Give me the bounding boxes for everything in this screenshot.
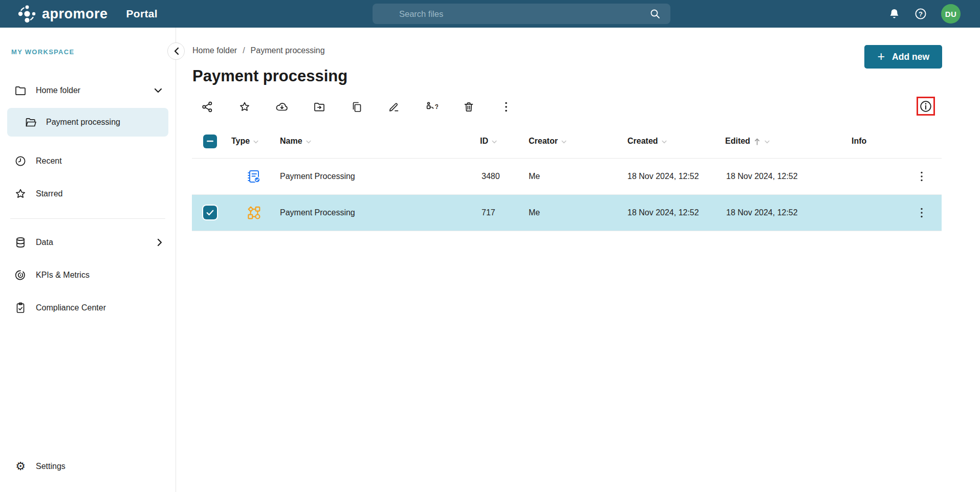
- file-edited: 18 Nov 2024, 12:52: [720, 158, 843, 194]
- sidebar-item-label: Home folder: [36, 86, 80, 95]
- move-to-folder-icon[interactable]: [308, 96, 331, 118]
- column-header-edited[interactable]: Edited: [720, 125, 843, 158]
- cloud-download-icon[interactable]: [271, 96, 293, 118]
- search-icon[interactable]: [649, 8, 661, 20]
- svg-text:?: ?: [435, 103, 439, 110]
- row-checkbox[interactable]: [203, 206, 217, 219]
- sidebar-item-label: Payment processing: [46, 118, 120, 127]
- files-table: Type Name ID Creator Created Edited: [192, 125, 942, 231]
- apromore-logo-icon: [17, 4, 37, 24]
- file-creator: Me: [522, 158, 621, 194]
- file-name: Payment Processing: [274, 158, 475, 194]
- kpi-gauge-icon: [14, 269, 27, 281]
- table-row[interactable]: Payment Processing 3480 Me 18 Nov 2024, …: [192, 158, 942, 194]
- navbar-actions: ? DU: [888, 0, 980, 28]
- sidebar-item-payment-processing[interactable]: Payment processing: [7, 108, 168, 137]
- info-highlight-box: [917, 97, 935, 116]
- search-input[interactable]: [399, 9, 649, 19]
- sort-chevron-icon: [306, 140, 311, 144]
- column-header-id[interactable]: ID: [475, 125, 522, 158]
- add-new-button[interactable]: + Add new: [864, 45, 942, 69]
- file-creator: Me: [522, 194, 621, 231]
- column-header-created[interactable]: Created: [621, 125, 720, 158]
- event-log-icon: [246, 169, 262, 184]
- edit-icon[interactable]: [383, 96, 405, 118]
- file-created: 18 Nov 2024, 12:52: [621, 194, 720, 231]
- workspace-section-label: MY WORKSPACE: [11, 48, 168, 56]
- sidebar-collapse-button[interactable]: [167, 42, 185, 60]
- search-bar: [373, 4, 670, 24]
- help-icon[interactable]: ?: [914, 7, 927, 20]
- share-icon[interactable]: [196, 96, 219, 118]
- breadcrumb-current: Payment processing: [251, 46, 325, 55]
- star-icon[interactable]: [233, 96, 256, 118]
- column-header-creator[interactable]: Creator: [522, 125, 621, 158]
- sort-chevron-icon: [765, 140, 770, 144]
- column-header-type[interactable]: Type: [225, 125, 274, 158]
- main-content: Home folder / Payment processing + Add n…: [177, 28, 980, 492]
- sidebar-item-label: Starred: [36, 189, 62, 198]
- user-avatar[interactable]: DU: [941, 4, 961, 24]
- delete-icon[interactable]: [458, 96, 480, 118]
- svg-text:?: ?: [919, 10, 923, 18]
- column-header-info: Info: [843, 125, 942, 158]
- sidebar-item-starred[interactable]: Starred: [7, 183, 168, 205]
- gear-icon: ⚙: [14, 460, 27, 473]
- clock-icon: [14, 155, 27, 167]
- workflow-question-icon[interactable]: ?: [420, 96, 443, 118]
- sidebar-item-label: Compliance Center: [36, 303, 106, 312]
- sidebar-item-kpis-metrics[interactable]: KPIs & Metrics: [7, 264, 168, 286]
- chevron-right-icon: [157, 238, 162, 247]
- compliance-clipboard-icon: [14, 302, 27, 314]
- action-toolbar: ?: [196, 96, 517, 118]
- sidebar-item-label: Settings: [36, 462, 66, 471]
- product-name: Portal: [126, 8, 158, 20]
- sidebar-item-home-folder[interactable]: Home folder: [7, 79, 168, 102]
- bpmn-model-icon: [246, 205, 262, 220]
- table-row[interactable]: Payment Processing 717 Me 18 Nov 2024, 1…: [192, 194, 942, 231]
- add-new-label: Add new: [892, 52, 929, 62]
- folder-open-icon: [25, 116, 37, 128]
- sort-chevron-icon: [253, 140, 258, 144]
- row-more-vertical-icon[interactable]: [914, 206, 929, 220]
- folder-icon: [14, 84, 27, 97]
- sidebar-item-label: Data: [36, 238, 53, 247]
- star-icon: [14, 188, 27, 200]
- sidebar-item-label: KPIs & Metrics: [36, 271, 90, 280]
- breadcrumb: Home folder / Payment processing: [192, 46, 325, 55]
- copy-icon[interactable]: [345, 96, 368, 118]
- info-icon[interactable]: [919, 100, 932, 113]
- sort-chevron-icon: [662, 140, 667, 144]
- row-more-vertical-icon[interactable]: [914, 169, 929, 184]
- sidebar-item-compliance-center[interactable]: Compliance Center: [7, 297, 168, 319]
- sidebar-item-data[interactable]: Data: [7, 231, 168, 254]
- sidebar-item-settings[interactable]: ⚙ Settings: [7, 455, 168, 478]
- sidebar-item-recent[interactable]: Recent: [7, 150, 168, 172]
- sort-asc-arrow-icon: [754, 138, 760, 145]
- page-title: Payment processing: [192, 66, 347, 86]
- database-icon: [14, 236, 27, 249]
- logo-wordmark: apromore: [42, 6, 108, 22]
- notifications-bell-icon[interactable]: [888, 8, 900, 20]
- chevron-left-icon: [173, 47, 179, 55]
- chevron-down-icon: [154, 88, 162, 93]
- table-header-row: Type Name ID Creator Created Edited: [192, 125, 942, 158]
- column-header-name[interactable]: Name: [274, 125, 475, 158]
- file-created: 18 Nov 2024, 12:52: [621, 158, 720, 194]
- file-id: 717: [475, 194, 522, 231]
- sidebar-divider: [10, 218, 165, 219]
- sidebar: MY WORKSPACE Home folder Payment process…: [0, 28, 176, 492]
- sidebar-item-label: Recent: [36, 156, 62, 166]
- plus-icon: +: [877, 50, 885, 63]
- breadcrumb-home-folder[interactable]: Home folder: [192, 46, 237, 55]
- sort-chevron-icon: [561, 140, 567, 144]
- sort-chevron-icon: [492, 140, 497, 144]
- breadcrumb-separator: /: [243, 46, 245, 55]
- select-all-checkbox[interactable]: [203, 135, 217, 148]
- file-name: Payment Processing: [274, 194, 475, 231]
- file-edited: 18 Nov 2024, 12:52: [720, 194, 843, 231]
- file-id: 3480: [475, 158, 522, 194]
- top-navbar: apromore Portal ? DU: [0, 0, 980, 28]
- apromore-logo[interactable]: apromore: [17, 4, 108, 24]
- more-vertical-icon[interactable]: [495, 96, 517, 118]
